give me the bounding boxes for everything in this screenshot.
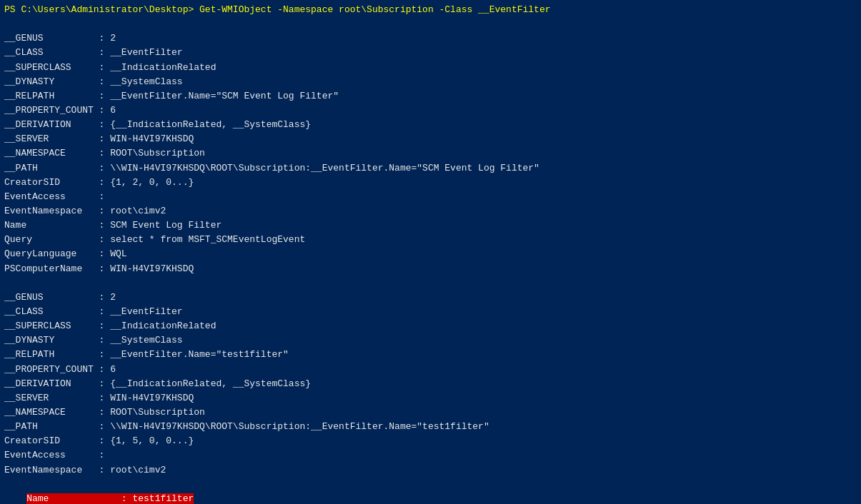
command-line: PS C:\Users\Administrator\Desktop> Get-W… bbox=[4, 3, 857, 17]
block1: __GENUS : 2__CLASS : __EventFilter__SUPE… bbox=[4, 31, 857, 276]
table-row: __GENUS : 2 bbox=[4, 291, 857, 305]
empty-line-1 bbox=[4, 17, 857, 31]
name-field-value: : test1filter bbox=[116, 493, 194, 504]
table-row: __SUPERCLASS : __IndicationRelated bbox=[4, 61, 857, 75]
table-row: __DERIVATION : {__IndicationRelated, __S… bbox=[4, 118, 857, 132]
table-row: __CLASS : __EventFilter bbox=[4, 46, 857, 60]
table-row: __RELPATH : __EventFilter.Name="test1fil… bbox=[4, 348, 857, 362]
table-row: __GENUS : 2 bbox=[4, 31, 857, 46]
table-row: __DYNASTY : __SystemClass bbox=[4, 333, 857, 348]
table-row: __NAMESPACE : ROOT\Subscription bbox=[4, 405, 857, 420]
table-row: Name : SCM Event Log Filter bbox=[4, 218, 857, 233]
table-row: Query : select * from MSFT_SCMEventLogEv… bbox=[4, 233, 857, 247]
table-row: CreatorSID : {1, 2, 0, 0...} bbox=[4, 176, 857, 190]
table-row: __PROPERTY_COUNT : 6 bbox=[4, 363, 857, 377]
table-row: EventAccess : bbox=[4, 448, 857, 463]
name-highlighted-row: Name : test1filter bbox=[4, 478, 857, 504]
empty-line-2 bbox=[4, 276, 857, 291]
table-row: EventNamespace : root\cimv2 bbox=[4, 463, 857, 478]
terminal-window: PS C:\Users\Administrator\Desktop> Get-W… bbox=[0, 0, 861, 504]
table-row: __NAMESPACE : ROOT\Subscription bbox=[4, 146, 857, 161]
name-field-label: Name bbox=[26, 493, 116, 504]
table-row: __DERIVATION : {__IndicationRelated, __S… bbox=[4, 377, 857, 391]
table-row: __SERVER : WIN-H4VI97KHSDQ bbox=[4, 132, 857, 146]
table-row: QueryLanguage : WQL bbox=[4, 247, 857, 261]
table-row: EventNamespace : root\cimv2 bbox=[4, 204, 857, 218]
table-row: __SUPERCLASS : __IndicationRelated bbox=[4, 319, 857, 333]
table-row: CreatorSID : {1, 5, 0, 0...} bbox=[4, 434, 857, 448]
table-row: PSComputerName : WIN-H4VI97KHSDQ bbox=[4, 262, 857, 276]
table-row: EventAccess : bbox=[4, 190, 857, 204]
table-row: __CLASS : __EventFilter bbox=[4, 305, 857, 319]
table-row: __PATH : \\WIN-H4VI97KHSDQ\ROOT\Subscrip… bbox=[4, 161, 857, 176]
table-row: __PROPERTY_COUNT : 6 bbox=[4, 104, 857, 118]
table-row: __DYNASTY : __SystemClass bbox=[4, 75, 857, 89]
table-row: __SERVER : WIN-H4VI97KHSDQ bbox=[4, 391, 857, 405]
table-row: __PATH : \\WIN-H4VI97KHSDQ\ROOT\Subscrip… bbox=[4, 420, 857, 434]
block2: __GENUS : 2__CLASS : __EventFilter__SUPE… bbox=[4, 291, 857, 478]
table-row: __RELPATH : __EventFilter.Name="SCM Even… bbox=[4, 89, 857, 104]
